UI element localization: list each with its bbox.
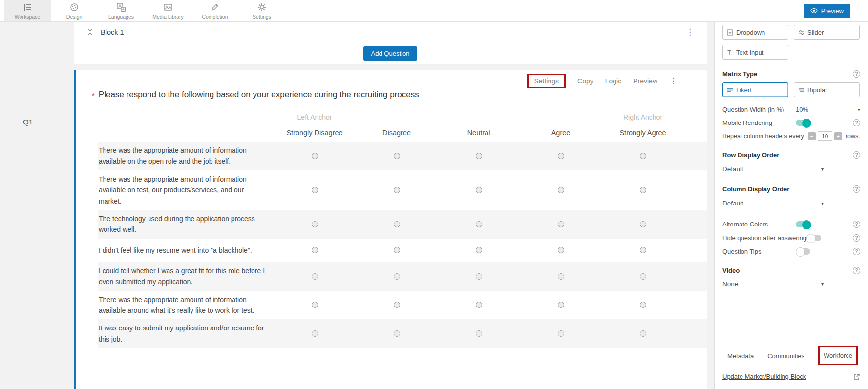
radio-option[interactable] (312, 302, 318, 308)
matrix-row: I could tell whether I was a great fit f… (98, 262, 707, 291)
help-icon[interactable]: ? (853, 234, 860, 242)
tab-communities[interactable]: Communities (767, 352, 804, 360)
matrix-type-label: Matrix Type (722, 70, 757, 78)
radio-option[interactable] (312, 187, 318, 193)
radio-option[interactable] (476, 247, 482, 253)
matrix-row: The technology used during the applicati… (98, 210, 707, 239)
radio-option[interactable] (558, 153, 564, 159)
chevron-down-icon: ▾ (821, 166, 824, 172)
toolbar-item-label: Design (66, 14, 83, 20)
radio-option[interactable] (394, 273, 400, 280)
help-icon[interactable]: ? (853, 70, 860, 78)
matrix-type-buttons: Likert Bipolar (722, 82, 860, 97)
hide-question-toggle[interactable] (806, 235, 821, 241)
radio-option[interactable] (640, 330, 646, 337)
mobile-rendering-toggle[interactable] (796, 120, 810, 126)
panel-tab-section: Metadata Communities Workforce Update Ma… (715, 344, 868, 382)
hide-question-label: Hide question after answering (722, 234, 806, 242)
question-kebab-menu-icon[interactable]: ⋮ (669, 77, 677, 85)
question-settings-action[interactable]: Settings (534, 77, 559, 85)
toolbar-item-languages[interactable]: A Languages (98, 0, 145, 21)
radio-option[interactable] (312, 330, 318, 337)
radio-option[interactable] (312, 221, 318, 227)
question-type-dropdown-button[interactable]: Dropdown (722, 25, 788, 40)
question-type-text-input-button[interactable]: Text Input (722, 45, 788, 60)
radio-option[interactable] (558, 247, 564, 253)
radio-option[interactable] (558, 330, 564, 337)
matrix-header-row: Strongly Disagree Disagree Neutral Agree… (98, 129, 707, 137)
radio-option[interactable] (312, 273, 318, 280)
question-logic-action[interactable]: Logic (605, 77, 621, 85)
radio-option[interactable] (476, 153, 482, 159)
help-icon[interactable]: ? (853, 267, 860, 274)
matrix-type-likert-button[interactable]: Likert (722, 82, 788, 97)
help-icon[interactable]: ? (853, 185, 860, 193)
top-toolbar: Workspace Design A Languages Media Libra… (0, 0, 868, 22)
radio-option[interactable] (640, 153, 646, 159)
toolbar-item-workspace[interactable]: Workspace (4, 0, 51, 21)
column-display-order-value: Default (722, 200, 743, 207)
collapse-icon[interactable] (86, 28, 94, 36)
question-tips-toggle[interactable] (796, 248, 810, 255)
preview-button[interactable]: Preview (804, 4, 850, 18)
update-marker-link[interactable]: Update Marker/Building Block (722, 373, 806, 380)
row-display-order-value: Default (722, 165, 743, 173)
plus-button[interactable]: + (834, 132, 842, 140)
help-icon[interactable]: ? (853, 119, 860, 126)
column-display-order-select[interactable]: Default ▾ (722, 200, 824, 207)
matrix-table: Left Anchor Right Anchor Strongly Disagr… (98, 113, 707, 348)
radio-option[interactable] (394, 187, 400, 193)
row-display-order-select[interactable]: Default ▾ (722, 165, 824, 173)
external-link-icon[interactable] (853, 373, 860, 380)
radio-option[interactable] (394, 330, 400, 337)
radio-option[interactable] (394, 302, 400, 308)
question-copy-action[interactable]: Copy (577, 77, 593, 85)
tab-metadata[interactable]: Metadata (727, 352, 754, 360)
question-preview-action[interactable]: Preview (633, 77, 657, 85)
matrix-type-bipolar-button[interactable]: Bipolar (794, 82, 860, 97)
question-text[interactable]: Please respond to the following based on… (99, 90, 419, 100)
radio-option[interactable] (640, 273, 646, 280)
radio-option[interactable] (476, 187, 482, 193)
radio-option[interactable] (640, 221, 646, 227)
toolbar-item-settings[interactable]: Settings (238, 0, 285, 21)
radio-option[interactable] (558, 221, 564, 227)
radio-option[interactable] (312, 247, 318, 253)
video-select[interactable]: None ▾ (722, 280, 824, 287)
tab-workforce[interactable]: Workforce (824, 352, 852, 359)
minus-button[interactable]: − (808, 132, 816, 140)
add-question-button[interactable]: Add Question (363, 46, 418, 61)
help-icon[interactable]: ? (853, 248, 860, 255)
palette-icon (69, 2, 79, 12)
radio-option[interactable] (394, 221, 400, 227)
video-section: Video ? (722, 267, 860, 274)
toolbar-item-label: Workspace (15, 14, 40, 20)
radio-option[interactable] (640, 187, 646, 193)
radio-option[interactable] (312, 153, 318, 159)
toolbar-item-media-library[interactable]: Media Library (145, 0, 191, 21)
radio-option[interactable] (394, 247, 400, 253)
repeat-headers-input[interactable] (818, 131, 832, 141)
radio-option[interactable] (476, 330, 482, 337)
question-tips-label: Question Tips (722, 248, 796, 255)
radio-option[interactable] (558, 187, 564, 193)
radio-option[interactable] (476, 221, 482, 227)
radio-option[interactable] (476, 273, 482, 280)
alternate-colors-row: Alternate Colors ? (722, 221, 860, 228)
help-icon[interactable]: ? (853, 221, 860, 228)
radio-option[interactable] (476, 302, 482, 308)
toolbar-item-completion[interactable]: Completion (191, 0, 238, 21)
alternate-colors-toggle[interactable] (796, 221, 810, 227)
radio-option[interactable] (558, 273, 564, 280)
radio-option[interactable] (640, 302, 646, 308)
help-icon[interactable]: ? (853, 151, 860, 159)
chevron-down-icon[interactable]: ▾ (858, 107, 860, 112)
question-width-value[interactable]: 10% (796, 106, 808, 113)
block-kebab-menu-icon[interactable]: ⋮ (686, 28, 694, 36)
matrix-row: There was the appropriate amount of info… (98, 291, 707, 320)
radio-option[interactable] (394, 153, 400, 159)
toolbar-item-design[interactable]: Design (51, 0, 98, 21)
radio-option[interactable] (558, 302, 564, 308)
radio-option[interactable] (640, 247, 646, 253)
question-type-slider-button[interactable]: Slider (794, 25, 860, 40)
